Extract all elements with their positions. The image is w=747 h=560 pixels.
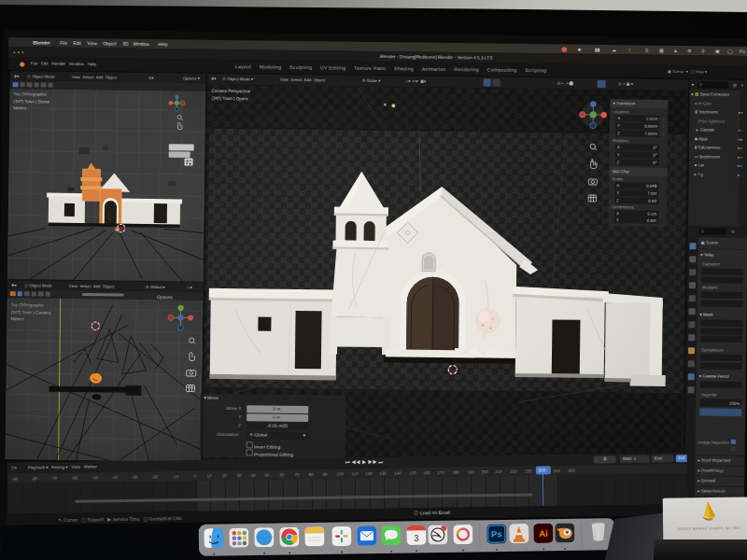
svg-text:Ps: Ps	[491, 528, 502, 539]
svg-text:3: 3	[414, 533, 418, 543]
svg-text:Ai: Ai	[539, 528, 548, 539]
svg-text:MIDAS BRAND HANDS NO WD: MIDAS BRAND HANDS NO WD	[678, 525, 740, 531]
